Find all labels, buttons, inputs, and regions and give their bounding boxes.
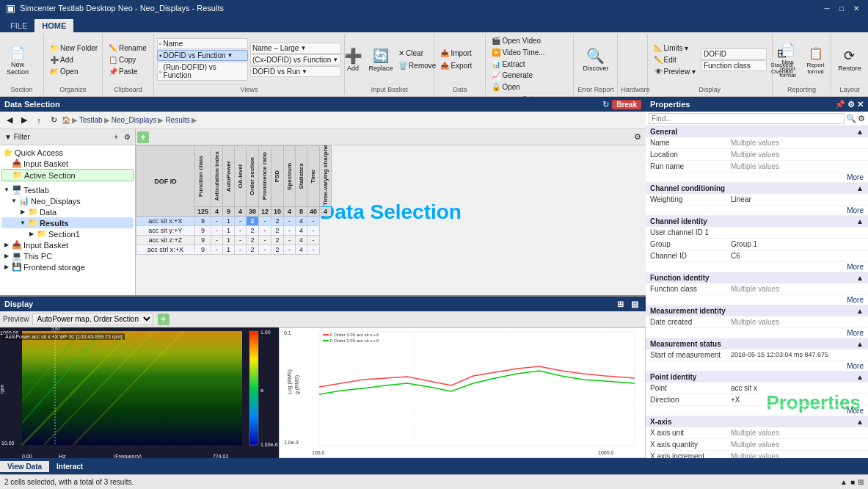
bc-testlab[interactable]: Testlab — [79, 116, 103, 124]
props-section-meas-id-header[interactable]: Measurement identity ▲ — [646, 305, 868, 316]
replace-button[interactable]: 🔄 Replace — [368, 38, 394, 81]
open-data-button[interactable]: 🔓 Open — [489, 82, 570, 93]
export-button[interactable]: 📤 Export — [437, 60, 482, 71]
limits-button[interactable]: 📐 Limits ▾ — [651, 43, 699, 54]
window-controls[interactable]: ─ □ ✕ — [821, 2, 862, 14]
props-section-meas-status-header[interactable]: Measurement status ▲ — [646, 338, 868, 349]
function-class-field[interactable]: Function class — [701, 60, 767, 71]
close-button[interactable]: ✕ — [850, 2, 862, 14]
ib-expand-icon[interactable]: ▶ — [3, 242, 10, 249]
view-cx-dofid[interactable]: (Cx-DOFID) vs Function ▼ — [250, 54, 341, 65]
tree-settings-button[interactable]: ⚙ — [121, 131, 134, 142]
filter-button[interactable]: ▼ Filter — [1, 131, 33, 142]
tree-input-basket2[interactable]: ▶ 📥 Input Basket — [1, 239, 134, 250]
refresh-icon[interactable]: ↻ — [602, 100, 609, 109]
props-gear-icon[interactable]: ⚙ — [858, 114, 865, 123]
view-run-dofid[interactable]: ▫ (Run-DOFID) vs Function — [157, 62, 248, 81]
grid-add-button[interactable]: + — [137, 131, 149, 143]
display-tile-btn[interactable]: ⊞ — [613, 297, 627, 311]
props-settings-icon[interactable]: ⚙ — [847, 100, 855, 109]
add-button[interactable]: ➕ Add — [47, 54, 99, 65]
bc-results[interactable]: Results — [165, 116, 189, 124]
tree-neo-displays[interactable]: ▼ 📊 Neo_Displays — [1, 195, 134, 206]
tree-results[interactable]: ▼ 📁 Results — [1, 217, 134, 228]
tree-quick-access[interactable]: ⭐ Quick Access — [1, 147, 134, 158]
display-add-button[interactable]: + — [158, 314, 169, 325]
tree-data[interactable]: ▶ 📁 Data — [1, 206, 134, 217]
preview-button[interactable]: 👁️ Preview ▾ — [651, 66, 699, 77]
view-dofid-run[interactable]: DOFID vs Run ▼ — [250, 66, 341, 77]
forward-button[interactable]: ▶ — [18, 114, 31, 127]
tree-frontend-storage[interactable]: ▶ 💾 Frontend storage — [1, 261, 134, 272]
minimize-button[interactable]: ─ — [821, 2, 833, 14]
maximize-button[interactable]: □ — [836, 2, 847, 14]
add-large-button[interactable]: ➕ Add — [340, 38, 366, 81]
data-expand-icon[interactable]: ▶ — [19, 209, 26, 216]
open-video-button[interactable]: 🎬 Open Video — [489, 35, 570, 46]
props-section-general-header[interactable]: General ▲ — [646, 126, 868, 137]
tab-view-data[interactable]: View Data — [0, 461, 49, 472]
props-point-id-more[interactable]: More — [646, 406, 868, 416]
props-search-input[interactable] — [649, 113, 845, 124]
report-format-button[interactable]: 📋 Reportformat — [803, 38, 829, 81]
props-section-channel-id-header[interactable]: Channel identity ▲ — [646, 216, 868, 227]
props-section-point-id-header[interactable]: Point identity ▲ — [646, 372, 868, 383]
clear-button[interactable]: ✕ Clear — [395, 48, 439, 59]
props-close-icon[interactable]: ✕ — [857, 100, 864, 109]
refresh-nav-button[interactable]: ↻ — [47, 114, 60, 127]
new-report-format-button[interactable]: 📄 New reportformat — [775, 38, 801, 81]
remove-button[interactable]: 🗑️ Remove — [395, 60, 439, 71]
display-dropdown[interactable]: AutoPower map, Order Section — [32, 313, 153, 325]
testlab-expand-icon[interactable]: ▼ — [3, 186, 10, 194]
tab-interact[interactable]: Interact — [49, 461, 90, 472]
up-button[interactable]: ↑ — [32, 114, 45, 127]
new-folder-button[interactable]: 📁 New Folder — [47, 43, 99, 54]
open-button[interactable]: 📂 Open — [47, 66, 99, 77]
table-row[interactable]: acc sit z:+Z 9 - 1 - 2 - 2 - 4 — [136, 236, 332, 245]
props-general-more[interactable]: More — [646, 173, 868, 182]
neo-expand-icon[interactable]: ▼ — [10, 198, 18, 205]
section1-expand-icon[interactable]: ▶ — [28, 231, 35, 238]
back-button[interactable]: ◀ — [3, 114, 16, 127]
grid-table-wrapper[interactable]: DOF ID Function class Articulation index… — [136, 145, 646, 295]
props-meas-status-more[interactable]: More — [646, 361, 868, 371]
paste-button[interactable]: 📌 Paste — [106, 66, 150, 77]
table-row[interactable]: acc sit x:+X 9 - 1 - 2 - 2 - 4 — [136, 217, 332, 226]
display-list-btn[interactable]: ▤ — [628, 297, 641, 311]
tab-file[interactable]: FILE — [3, 19, 34, 32]
table-row[interactable]: acc sit y:+Y 9 - 1 - 2 - 2 - 4 — [136, 226, 332, 236]
tree-testlab[interactable]: ▼ 🖥️ Testlab — [1, 184, 134, 195]
new-section-button[interactable]: 📄 NewSection — [3, 38, 32, 81]
import-button[interactable]: 📥 Import — [437, 48, 482, 59]
tab-home[interactable]: HOME — [34, 19, 73, 32]
edit-button[interactable]: ✏️ Edit — [651, 54, 699, 65]
props-section-channel-cond-header[interactable]: Channel conditioning ▲ — [646, 183, 868, 194]
tree-section1[interactable]: ▶ 📁 Section1 — [1, 228, 134, 239]
grid-settings-button[interactable]: ⚙ — [631, 131, 644, 144]
fs-expand-icon[interactable]: ▶ — [3, 264, 10, 271]
tree-this-pc[interactable]: ▶ 💻 This PC — [1, 250, 134, 261]
props-section-function-id-header[interactable]: Function identity ▲ — [646, 272, 868, 283]
rename-button[interactable]: ✏️ Rename — [106, 43, 150, 54]
props-pin-icon[interactable]: 📌 — [835, 100, 845, 109]
break-button[interactable]: Break — [612, 100, 641, 109]
extract-button[interactable]: 📊 Extract — [489, 59, 570, 70]
pc-expand-icon[interactable]: ▶ — [3, 253, 10, 260]
view-dofid-function[interactable]: ▪ DOFID vs Function ▼ — [157, 50, 248, 61]
tree-active-section[interactable]: 📁 Active Section — [1, 169, 134, 181]
props-section-x-axis-header[interactable]: X-axis ▲ — [646, 416, 868, 427]
video-time-button[interactable]: ▶️ Video Time... — [489, 47, 570, 58]
bc-neo-displays[interactable]: Neo_Displays — [112, 116, 157, 124]
copy-button[interactable]: 📋 Copy — [106, 54, 150, 65]
results-expand-icon[interactable]: ▼ — [19, 220, 26, 227]
props-meas-id-more[interactable]: More — [646, 328, 868, 338]
dofid-field[interactable]: DOFID — [701, 48, 767, 59]
view-name-large[interactable]: Name – Large ▼ — [250, 43, 341, 54]
props-function-id-more[interactable]: More — [646, 295, 868, 305]
restore-button[interactable]: ⟳ Restore — [834, 38, 865, 81]
view-name[interactable]: ▫ Name — [157, 38, 248, 49]
discover-button[interactable]: 🔍 Discover — [579, 38, 612, 81]
tree-add-button[interactable]: + — [111, 131, 121, 142]
tree-input-basket[interactable]: 📥 Input Basket — [1, 158, 134, 169]
table-row[interactable]: acc strl x:+X 9 - 1 - 2 - 2 - 4 — [136, 245, 332, 255]
